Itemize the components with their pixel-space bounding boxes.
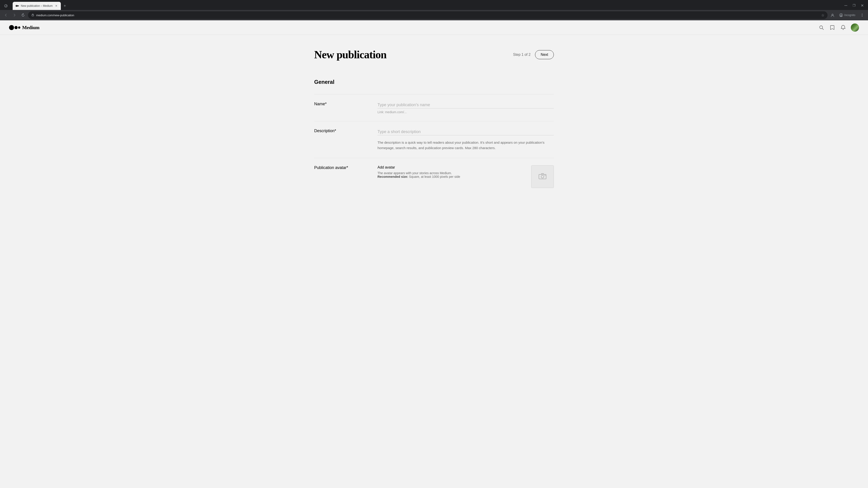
reload-button[interactable]	[20, 11, 27, 19]
main-content: New publication Step 1 of 2 Next General…	[305, 35, 563, 209]
svg-point-7	[841, 14, 842, 15]
step-indicator: Step 1 of 2	[513, 53, 530, 57]
forward-button[interactable]	[11, 11, 18, 19]
description-label: Description*	[314, 129, 336, 133]
browser-titlebar: New publication – Medium ✕ + ─ ❐ ✕	[0, 0, 868, 10]
tab-close-button[interactable]: ✕	[55, 4, 58, 8]
logo-dot-large	[9, 25, 14, 30]
svg-rect-4	[32, 15, 34, 16]
avatar-image	[851, 24, 859, 32]
svg-point-13	[541, 175, 544, 178]
name-hint: Link: medium.com/...	[377, 110, 554, 114]
section-title: General	[314, 79, 554, 85]
tab-title: New publication – Medium	[21, 4, 53, 7]
browser-toolbar: medium.com/new-publication ☆ Incognito	[0, 10, 868, 20]
medium-header: Medium	[0, 20, 868, 35]
url-display: medium.com/new-publication	[36, 13, 819, 17]
close-button[interactable]: ✕	[859, 2, 865, 8]
svg-point-3	[18, 5, 19, 6]
svg-point-8	[862, 14, 863, 14]
logo-dot-medium	[14, 26, 18, 29]
search-icon[interactable]	[818, 24, 825, 31]
description-hint: The description is a quick way to tell r…	[377, 140, 554, 151]
svg-point-5	[832, 14, 833, 15]
name-label-col: Name*	[314, 102, 377, 106]
active-tab[interactable]: New publication – Medium ✕	[13, 2, 61, 10]
logo-dot-small	[18, 26, 20, 29]
star-icon[interactable]: ☆	[821, 13, 825, 18]
description-control-col: The description is a quick way to tell r…	[377, 129, 554, 151]
avatar-upload-button[interactable]	[531, 165, 554, 188]
name-input[interactable]	[377, 102, 554, 108]
minimize-button[interactable]: ─	[843, 2, 849, 8]
toolbar-actions: Incognito	[829, 11, 866, 19]
name-field-row: Name* Link: medium.com/...	[314, 94, 554, 121]
window-expand-icon[interactable]	[3, 3, 9, 9]
tab-bar: New publication – Medium ✕ +	[11, 2, 70, 10]
browser-chrome: New publication – Medium ✕ + ─ ❐ ✕	[0, 0, 868, 20]
svg-point-10	[862, 16, 863, 17]
profile-icon[interactable]	[829, 11, 836, 19]
camera-icon	[538, 173, 547, 181]
recommended-label: Recommended size:	[377, 175, 408, 178]
name-label: Name*	[314, 102, 327, 106]
lock-icon	[31, 13, 34, 17]
description-label-col: Description*	[314, 129, 377, 133]
svg-point-9	[862, 15, 863, 15]
header-actions	[818, 24, 859, 32]
page-title: New publication	[314, 48, 386, 61]
avatar-section: Add avatar The avatar appears with your …	[377, 165, 554, 188]
page-header-right: Step 1 of 2 Next	[513, 50, 554, 59]
back-button[interactable]	[2, 11, 9, 19]
bookmarks-icon[interactable]	[829, 24, 835, 31]
window-controls	[3, 3, 9, 9]
user-avatar[interactable]	[851, 24, 859, 32]
logo-dots	[9, 25, 20, 30]
avatar-field-row: Publication avatar* Add avatar The avata…	[314, 158, 554, 195]
recommended-value: Square, at least 1000 pixels per side	[409, 175, 460, 178]
add-avatar-label: Add avatar	[377, 165, 522, 169]
avatar-info: Add avatar The avatar appears with your …	[377, 165, 522, 178]
medium-wordmark: Medium	[22, 25, 39, 31]
incognito-label: Incognito	[844, 13, 855, 17]
restore-button[interactable]: ❐	[851, 2, 857, 8]
svg-point-0	[4, 4, 7, 7]
description-field-row: Description* The description is a quick …	[314, 121, 554, 158]
svg-point-14	[545, 175, 546, 176]
description-input[interactable]	[377, 129, 554, 135]
menu-button[interactable]	[859, 11, 866, 19]
page-header: New publication Step 1 of 2 Next	[314, 48, 554, 61]
medium-logo[interactable]: Medium	[9, 25, 39, 31]
avatar-label-col: Publication avatar*	[314, 165, 377, 170]
avatar-control-col: Add avatar The avatar appears with your …	[377, 165, 554, 188]
tab-favicon	[16, 4, 19, 8]
page-wrapper: Medium	[0, 20, 868, 488]
avatar-label: Publication avatar*	[314, 165, 348, 170]
form-section: General Name* Link: medium.com/... Descr…	[314, 79, 554, 195]
next-button[interactable]: Next	[535, 50, 554, 59]
name-control-col: Link: medium.com/...	[377, 102, 554, 114]
new-tab-button[interactable]: +	[62, 3, 68, 9]
avatar-recommended: Recommended size: Square, at least 1000 …	[377, 175, 522, 178]
incognito-badge: Incognito	[837, 12, 858, 18]
notifications-icon[interactable]	[840, 24, 846, 31]
address-bar[interactable]: medium.com/new-publication ☆	[28, 11, 828, 19]
avatar-description: The avatar appears with your stories acr…	[377, 171, 522, 175]
